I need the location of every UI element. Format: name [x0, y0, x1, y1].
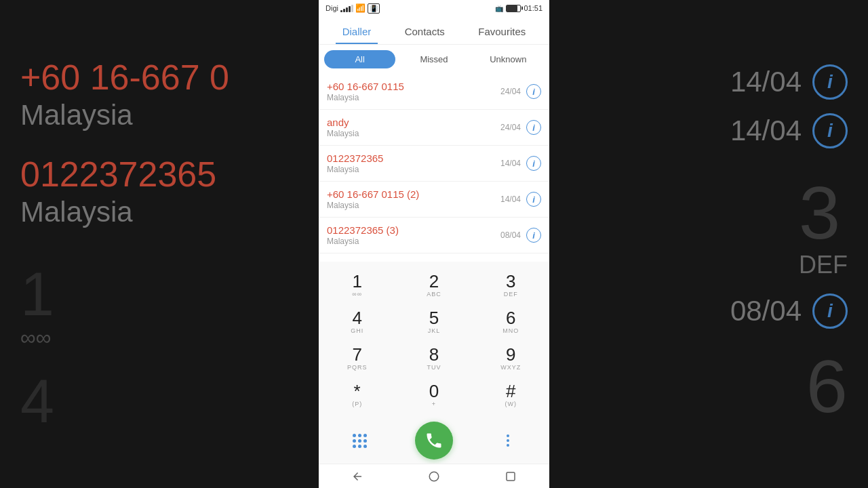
key-6-sub: MNO — [502, 327, 519, 334]
key-hash-sub: (W) — [505, 401, 517, 407]
bg-location-2: Malaysia — [20, 195, 133, 229]
call-item-2[interactable]: 0122372365 Malaysia 14/04 i — [319, 146, 549, 182]
battery-icon — [506, 5, 521, 12]
back-button[interactable] — [347, 466, 368, 487]
dialpad-key-6[interactable]: 6 MNO — [487, 304, 534, 339]
status-right: 📺 01:51 — [495, 4, 542, 12]
more-dot-3 — [507, 444, 509, 447]
call-date-0: 24/04 — [500, 87, 521, 96]
dialpad-key-star[interactable]: * (P) — [334, 377, 381, 412]
carrier-text: Digi — [326, 4, 338, 12]
bg-key-1-main: 1 — [20, 264, 54, 325]
battery-fill — [507, 5, 517, 12]
bg-key-3-main: 3 — [799, 176, 848, 250]
call-button[interactable] — [415, 422, 453, 460]
dialpad-toggle-button[interactable] — [347, 427, 374, 454]
status-left: Digi 📶 📳 — [326, 3, 380, 14]
key-9-sub: WXYZ — [500, 364, 521, 371]
recents-button[interactable] — [500, 466, 521, 487]
right-item-2: 14/04 i — [570, 113, 848, 148]
dot-7 — [353, 445, 356, 448]
dialpad-key-2[interactable]: 2 ABC — [410, 267, 458, 302]
key-2-sub: ABC — [427, 291, 441, 298]
bg-location-1: Malaysia — [20, 98, 133, 132]
dot-3 — [363, 434, 367, 437]
key-8-main: 8 — [429, 346, 439, 363]
action-bar — [319, 416, 549, 464]
svg-rect-1 — [507, 472, 515, 481]
dot-9 — [363, 445, 367, 448]
call-location-3: Malaysia — [327, 201, 500, 210]
key-7-main: 7 — [352, 346, 361, 363]
call-item-4[interactable]: 0122372365 (3) Malaysia 08/04 i — [319, 218, 549, 253]
signal-bar-1 — [340, 10, 342, 12]
call-date-4: 08/04 — [500, 230, 521, 240]
back-icon — [351, 470, 363, 483]
call-number-0: +60 16-667 0115 — [327, 81, 500, 92]
right-info-btn-3: i — [812, 293, 848, 329]
key-1-main: 1 — [352, 272, 361, 290]
call-item-0[interactable]: +60 16-667 0115 Malaysia 24/04 i — [319, 74, 549, 110]
filter-all[interactable]: All — [324, 50, 395, 68]
right-info-btn-1: i — [812, 64, 848, 100]
dialpad-row-3: 7 PQRS 8 TUV 9 WXYZ — [319, 340, 549, 375]
call-info-btn-2[interactable]: i — [526, 156, 541, 171]
sim-icon: 📳 — [368, 3, 380, 14]
dot-8 — [358, 445, 361, 448]
dialpad-key-0[interactable]: 0 + — [410, 377, 458, 412]
key-6-main: 6 — [506, 309, 515, 327]
left-background-panel: +60 16-667 0 Malaysia 0122372365 Malaysi… — [0, 0, 319, 488]
dots-grid-icon — [353, 434, 367, 448]
call-location-4: Malaysia — [327, 237, 500, 246]
home-button[interactable] — [423, 466, 445, 487]
dialpad-key-3[interactable]: 3 DEF — [487, 267, 534, 302]
call-location-2: Malaysia — [327, 165, 500, 174]
dialpad-key-hash[interactable]: # (W) — [487, 377, 534, 412]
bg-key-3-sub: DEF — [799, 250, 848, 279]
key-5-sub: JKL — [428, 327, 441, 334]
dialpad-key-5[interactable]: 5 JKL — [410, 304, 458, 339]
call-list: +60 16-667 0115 Malaysia 24/04 i andy Ma… — [319, 74, 549, 262]
right-background-panel: 14/04 i 14/04 i 3 DEF 08/04 i 6 — [549, 0, 868, 488]
signal-bar-3 — [346, 7, 348, 12]
time-text: 01:51 — [524, 4, 542, 12]
more-options-button[interactable] — [494, 427, 521, 454]
right-item-1: 14/04 i — [570, 64, 848, 100]
filter-unknown[interactable]: Unknown — [473, 50, 544, 68]
filter-missed[interactable]: Missed — [398, 50, 469, 68]
dialpad-key-9[interactable]: 9 WXYZ — [487, 340, 534, 375]
svg-point-0 — [429, 472, 439, 481]
tab-contacts[interactable]: Contacts — [398, 16, 452, 44]
key-5-main: 5 — [429, 309, 439, 327]
key-4-sub: GHI — [351, 327, 363, 334]
call-number-2: 0122372365 — [327, 152, 500, 164]
call-info-4: 0122372365 (3) Malaysia — [327, 224, 500, 246]
key-3-sub: DEF — [504, 291, 518, 298]
call-date-2: 14/04 — [500, 159, 521, 168]
dialpad-key-8[interactable]: 8 TUV — [410, 340, 458, 375]
call-info-btn-3[interactable]: i — [526, 192, 541, 207]
bg-number-1: +60 16-667 0 — [20, 56, 229, 98]
call-item-1[interactable]: andy Malaysia 24/04 i — [319, 110, 549, 146]
call-date-3: 14/04 — [500, 195, 521, 204]
status-bar: Digi 📶 📳 📺 01:51 — [319, 0, 549, 16]
call-item-3[interactable]: +60 16-667 0115 (2) Malaysia 14/04 i — [319, 182, 549, 218]
dialpad-key-4[interactable]: 4 GHI — [334, 304, 381, 339]
dialpad-key-7[interactable]: 7 PQRS — [334, 340, 381, 375]
tab-favourites[interactable]: Favourites — [471, 16, 532, 44]
dialpad-key-1[interactable]: 1 ∞∞ — [334, 267, 381, 302]
bg-key-6-main: 6 — [806, 349, 848, 424]
call-number-4: 0122372365 (3) — [327, 224, 500, 236]
tab-dialler[interactable]: Dialler — [336, 16, 378, 44]
dialpad-row-1: 1 ∞∞ 2 ABC 3 DEF — [319, 267, 549, 302]
filter-tabs: All Missed Unknown — [319, 45, 549, 74]
signal-bar-4 — [349, 6, 351, 12]
call-info-0: +60 16-667 0115 Malaysia — [327, 81, 500, 102]
call-info-3: +60 16-667 0115 (2) Malaysia — [327, 188, 500, 210]
key-star-sub: (P) — [352, 401, 362, 407]
call-info-btn-0[interactable]: i — [526, 84, 541, 99]
dialpad-row-4: * (P) 0 + # (W) — [319, 377, 549, 412]
call-info-btn-4[interactable]: i — [526, 228, 541, 243]
home-icon — [428, 470, 440, 483]
call-info-btn-1[interactable]: i — [526, 120, 541, 135]
